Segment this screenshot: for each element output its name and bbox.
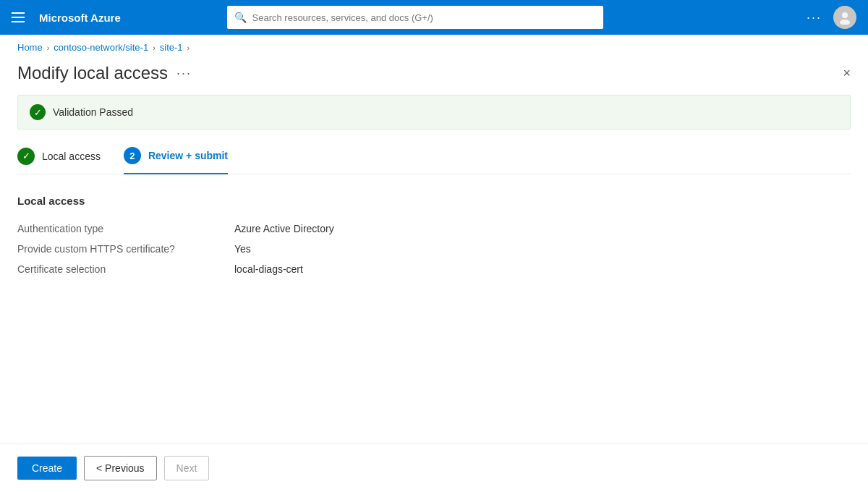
- next-button: Next: [164, 456, 210, 480]
- nav-ellipsis[interactable]: ···: [807, 10, 822, 25]
- breadcrumb-home[interactable]: Home: [17, 42, 43, 53]
- breadcrumb: Home › contoso-network/site-1 › site-1 ›: [0, 35, 868, 60]
- footer: Create < Previous Next: [0, 444, 868, 492]
- local-access-section: Local access Authentication type Azure A…: [17, 195, 851, 279]
- table-row: Provide custom HTTPS certificate? Yes: [17, 239, 851, 259]
- page-more-icon[interactable]: ···: [176, 66, 192, 81]
- svg-point-0: [842, 12, 848, 18]
- previous-button[interactable]: < Previous: [84, 456, 157, 480]
- chevron-icon-2: ›: [153, 43, 156, 52]
- validation-banner: ✓ Validation Passed: [17, 95, 851, 130]
- svg-point-1: [840, 20, 850, 25]
- value-cert-selection: local-diags-cert: [234, 263, 303, 275]
- label-auth-type: Authentication type: [17, 223, 234, 234]
- breadcrumb-network[interactable]: contoso-network/site-1: [54, 42, 148, 53]
- page-header: Modify local access ··· ×: [0, 60, 868, 95]
- validation-text: Validation Passed: [53, 106, 133, 118]
- create-button[interactable]: Create: [17, 457, 77, 480]
- validation-check-icon: ✓: [30, 104, 46, 120]
- section-title: Local access: [17, 195, 851, 207]
- table-row: Authentication type Azure Active Directo…: [17, 219, 851, 239]
- step1-check-icon: ✓: [17, 148, 35, 165]
- step-review-submit[interactable]: 2 Review + submit: [124, 147, 228, 174]
- details-table: Authentication type Azure Active Directo…: [17, 219, 851, 279]
- close-icon[interactable]: ×: [843, 66, 851, 81]
- search-icon: 🔍: [234, 12, 247, 23]
- step2-label: Review + submit: [148, 150, 228, 161]
- hamburger-icon[interactable]: [12, 12, 25, 22]
- nav-actions: ···: [807, 6, 856, 29]
- steps: ✓ Local access 2 Review + submit: [17, 147, 851, 174]
- label-https-cert: Provide custom HTTPS certificate?: [17, 243, 234, 255]
- main-content: ✓ Validation Passed ✓ Local access 2 Rev…: [0, 95, 868, 444]
- breadcrumb-site[interactable]: site-1: [160, 42, 183, 53]
- step2-number-badge: 2: [124, 147, 141, 164]
- brand-title: Microsoft Azure: [39, 12, 121, 24]
- search-input[interactable]: [252, 12, 596, 23]
- value-auth-type: Azure Active Directory: [234, 223, 334, 234]
- chevron-icon-1: ›: [47, 43, 50, 52]
- chevron-icon-3: ›: [187, 43, 190, 52]
- value-https-cert: Yes: [234, 243, 251, 255]
- table-row: Certificate selection local-diags-cert: [17, 259, 851, 279]
- page-header-left: Modify local access ···: [17, 63, 192, 83]
- top-nav: Microsoft Azure 🔍 ···: [0, 0, 868, 35]
- page-title: Modify local access: [17, 63, 168, 83]
- step1-label: Local access: [42, 150, 101, 162]
- step-local-access[interactable]: ✓ Local access: [17, 148, 101, 174]
- search-bar[interactable]: 🔍: [227, 6, 603, 29]
- label-cert-selection: Certificate selection: [17, 263, 234, 275]
- avatar[interactable]: [833, 6, 856, 29]
